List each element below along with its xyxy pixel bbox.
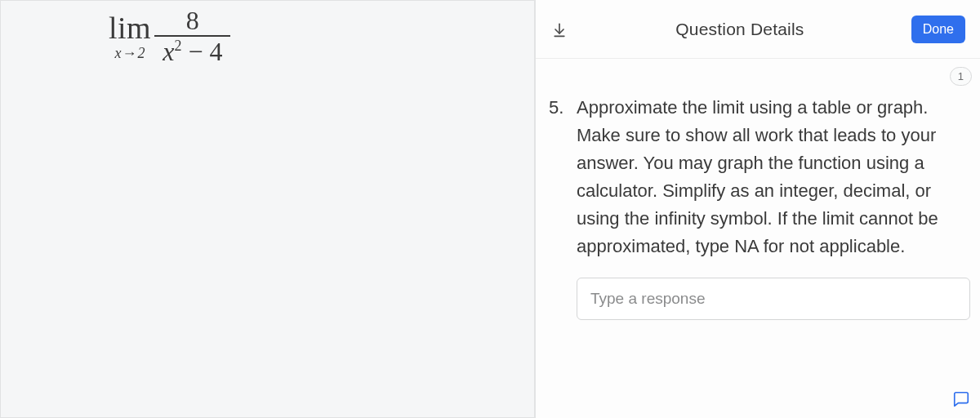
denominator: x2 − 4	[154, 37, 230, 66]
lim-keyword: lim	[109, 12, 151, 43]
points-row: 1	[536, 59, 980, 89]
lim-subscript: x→2	[115, 46, 145, 60]
question-body: 5. Approximate the limit using a table o…	[536, 89, 980, 261]
response-wrap	[577, 278, 970, 320]
panel-title: Question Details	[568, 20, 911, 39]
chat-icon[interactable]	[952, 390, 970, 408]
response-input[interactable]	[577, 278, 970, 320]
numerator: 8	[178, 6, 207, 35]
question-number: 5.	[549, 94, 577, 261]
question-details-panel: Question Details Done 1 5. Approximate t…	[535, 0, 980, 418]
question-text: Approximate the limit using a table or g…	[577, 94, 972, 261]
panel-header: Question Details Done	[536, 0, 980, 59]
fraction: 8 x2 − 4	[154, 6, 230, 66]
collapse-icon[interactable]	[550, 20, 568, 38]
limit-expression: lim x→2 8 x2 − 4	[109, 6, 230, 66]
content-pane: lim x→2 8 x2 − 4	[0, 0, 535, 418]
done-button[interactable]: Done	[911, 16, 965, 43]
points-badge: 1	[950, 67, 972, 86]
